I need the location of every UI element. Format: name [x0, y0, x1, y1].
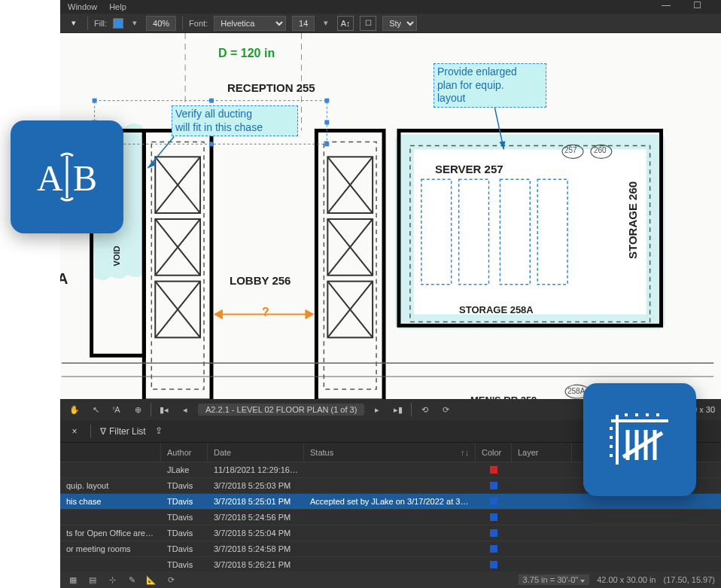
- text-case-button[interactable]: A↕: [337, 16, 354, 31]
- share-icon[interactable]: ⇪: [155, 425, 167, 437]
- svg-rect-38: [209, 99, 214, 103]
- svg-rect-9: [324, 142, 376, 389]
- dimension-question: ?: [262, 306, 269, 319]
- sort-icon[interactable]: ↑↓: [461, 448, 469, 457]
- table-row[interactable]: TDavis3/7/2018 5:26:21 PM: [60, 557, 721, 571]
- svg-rect-68: [625, 413, 628, 416]
- room-storage-258a: STORAGE 258A: [459, 304, 534, 315]
- svg-marker-34: [215, 311, 222, 318]
- fill-label: Fill:: [94, 19, 107, 28]
- font-select[interactable]: Helvetica: [214, 16, 286, 31]
- font-label: Font:: [189, 19, 208, 28]
- zoom-tool-icon[interactable]: ⊕: [129, 401, 146, 418]
- table-row[interactable]: his chaseTDavis3/7/2018 5:25:01 PMAccept…: [60, 494, 721, 510]
- scale-readout[interactable]: 3.75 in = 30'-0": [519, 574, 590, 585]
- format-toolbar: ▾ Fill: ▾ Font: Helvetica ▾ A↕ ☐ Style: [60, 14, 721, 33]
- col-author[interactable]: Author: [161, 443, 208, 462]
- tag-257: 257: [564, 146, 577, 154]
- table-row[interactable]: TDavis3/7/2018 5:24:56 PM: [60, 510, 721, 526]
- page-dim-readout: 42.00 x 30.00 in: [597, 575, 656, 584]
- maximize-icon[interactable]: ☐: [693, 0, 701, 11]
- room-server: SERVER 257: [435, 163, 503, 175]
- room-reception: RECEPTION 255: [227, 81, 315, 94]
- tag-260: 260: [594, 146, 607, 154]
- close-panel-icon[interactable]: ×: [68, 425, 81, 438]
- prev-page-icon[interactable]: ◂: [177, 401, 193, 418]
- fill-color-swatch[interactable]: [113, 18, 123, 29]
- svg-rect-69: [635, 413, 638, 416]
- svg-rect-66: [610, 445, 613, 448]
- filter-icon: ∇: [100, 426, 106, 437]
- select-tool-icon[interactable]: ↖: [87, 401, 104, 418]
- font-size-dd[interactable]: ▾: [321, 16, 331, 31]
- table-row[interactable]: or meeting roomsTDavis3/7/2018 5:24:58 P…: [60, 541, 721, 557]
- svg-rect-70: [646, 413, 649, 416]
- col-status[interactable]: Status↑↓: [304, 443, 476, 462]
- grid2-icon[interactable]: ▤: [86, 573, 99, 586]
- annotation-ducting[interactable]: Verify all ducting will fit in this chas…: [172, 105, 298, 136]
- svg-rect-64: [610, 427, 613, 430]
- text-box-button[interactable]: ☐: [360, 16, 376, 31]
- sync-icon[interactable]: ⟳: [164, 573, 178, 586]
- svg-rect-39: [324, 99, 329, 103]
- doc-title[interactable]: A2.2.1 - LEVEL 02 FLOOR PLAN (1 of 3): [198, 404, 364, 416]
- edit-icon[interactable]: ✎: [125, 573, 138, 586]
- svg-rect-5: [144, 130, 211, 401]
- style-select[interactable]: Style: [382, 16, 417, 31]
- room-void: VOID: [112, 246, 121, 267]
- annotation-enlarged-plan[interactable]: Provide enlarged plan for equip. layout: [434, 63, 546, 108]
- fill-dd-icon[interactable]: ▾: [129, 16, 140, 31]
- next-view-icon[interactable]: ⟳: [437, 401, 454, 418]
- svg-rect-41: [324, 120, 329, 125]
- col-color[interactable]: Color: [476, 443, 512, 462]
- col-layer[interactable]: Layer: [512, 443, 572, 462]
- table-row[interactable]: ts for Open Office areas?TDavis3/7/2018 …: [60, 526, 721, 541]
- status-bar: ▦ ▤ ⊹ ✎ 📐 ⟳ 3.75 in = 30'-0" 42.00 x 30.…: [60, 571, 721, 588]
- menu-help[interactable]: Help: [109, 2, 126, 11]
- svg-rect-71: [656, 413, 659, 416]
- col-date[interactable]: Date: [208, 443, 304, 462]
- cursor-coords: (17.50, 15.97): [664, 575, 716, 584]
- svg-rect-8: [151, 142, 204, 389]
- first-page-icon[interactable]: ▮◂: [156, 401, 172, 418]
- dimension-d: D = 120 in: [218, 47, 275, 60]
- grid-icon[interactable]: ▦: [66, 573, 80, 586]
- pan-tool-icon[interactable]: ✋: [66, 401, 83, 418]
- menubar: Window Help — ☐: [60, 0, 721, 14]
- grid-letter-a: A: [60, 270, 68, 288]
- filter-list-button[interactable]: ∇ Filter List: [100, 426, 146, 437]
- measure-icon[interactable]: 📐: [145, 573, 158, 586]
- svg-rect-65: [610, 436, 613, 439]
- svg-rect-6: [316, 130, 384, 401]
- col-subject[interactable]: [60, 443, 161, 462]
- minimize-icon[interactable]: —: [662, 0, 671, 11]
- svg-text:B: B: [73, 158, 97, 198]
- font-size-input[interactable]: [292, 16, 315, 31]
- menu-window[interactable]: Window: [68, 2, 97, 11]
- tag-258a: 258A: [567, 387, 585, 395]
- opacity-input[interactable]: [146, 16, 176, 31]
- tally-badge: [583, 383, 696, 496]
- room-lobby: LOBBY 256: [230, 274, 291, 287]
- svg-rect-44: [324, 142, 329, 146]
- room-storage-260: STORAGE 260: [626, 181, 639, 259]
- snap-icon[interactable]: ⊹: [105, 573, 119, 586]
- text-tool-badge: A B: [11, 120, 123, 233]
- prev-view-icon[interactable]: ⟲: [416, 401, 433, 418]
- next-page-icon[interactable]: ▸: [369, 401, 385, 418]
- svg-rect-37: [93, 99, 97, 103]
- svg-text:A: A: [37, 158, 63, 198]
- text-tool-icon[interactable]: ᴵA: [108, 401, 125, 418]
- last-page-icon[interactable]: ▸▮: [390, 401, 406, 418]
- svg-marker-35: [306, 311, 312, 318]
- svg-rect-67: [610, 454, 613, 457]
- tool-dropdown[interactable]: ▾: [66, 16, 81, 31]
- svg-rect-43: [209, 142, 214, 146]
